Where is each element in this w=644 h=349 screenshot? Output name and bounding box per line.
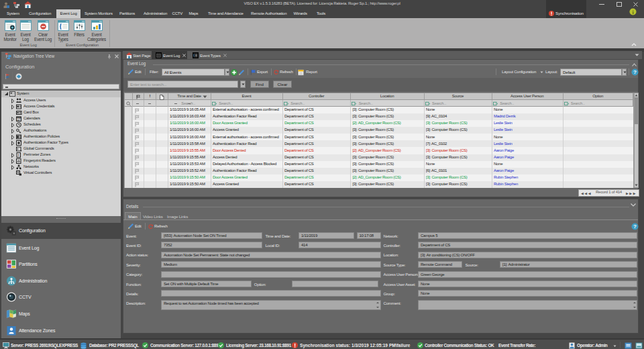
svg-text:?: ? <box>633 69 637 75</box>
svg-text:?: ? <box>633 223 637 230</box>
svg-text:I: I <box>18 153 19 157</box>
svg-text:17: 17 <box>17 117 21 121</box>
